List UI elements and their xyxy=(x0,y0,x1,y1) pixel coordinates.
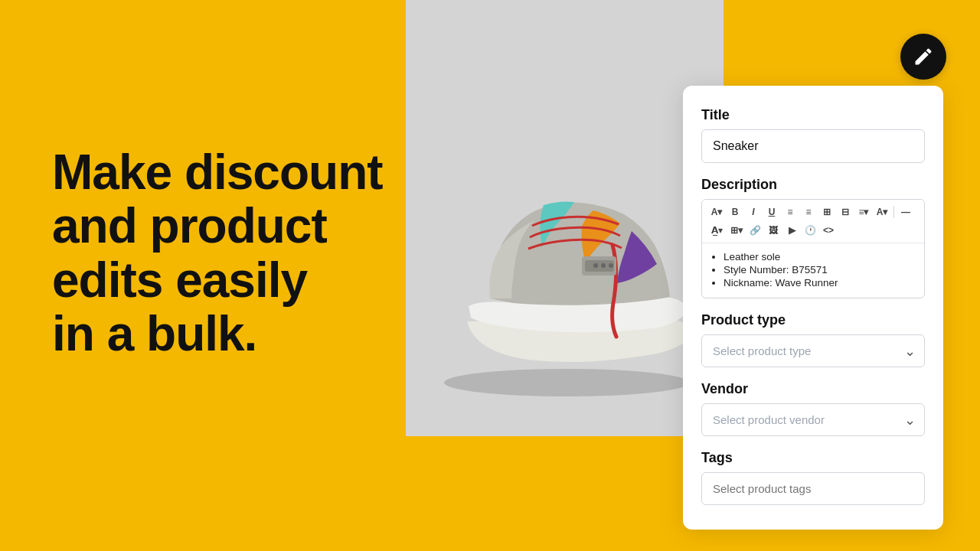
vendor-label: Vendor xyxy=(701,381,925,397)
toolbar-font-btn[interactable]: A▾ xyxy=(708,204,725,220)
tags-input[interactable] xyxy=(701,472,925,505)
desc-item-3: Nickname: Wave Runner xyxy=(724,277,915,289)
headline-line4: in a bulk. xyxy=(52,306,256,361)
description-box: A▾ B I U ≡ ≡ ⊞ ⊟ ≡▾ A▾ — A̲▾ ⊞▾ 🔗 🖼 ▶ 🕐 … xyxy=(701,199,925,298)
title-input[interactable] xyxy=(701,129,925,163)
toolbar-italic-btn[interactable]: I xyxy=(745,204,762,220)
desc-item-2: Style Number: B75571 xyxy=(724,264,915,276)
toolbar-divider-1 xyxy=(893,206,894,218)
toolbar-time-btn[interactable]: 🕐 xyxy=(802,222,818,239)
toolbar-ol-btn[interactable]: ≡ xyxy=(800,204,817,220)
toolbar-bg-btn[interactable]: A̲▾ xyxy=(708,222,725,239)
svg-point-4 xyxy=(593,263,598,268)
desc-item-1: Leather sole xyxy=(724,251,915,262)
product-type-label: Product type xyxy=(701,312,925,328)
toolbar-code-btn[interactable]: <> xyxy=(820,222,837,239)
edit-fab-button[interactable] xyxy=(900,34,946,80)
toolbar-link-btn[interactable]: 🔗 xyxy=(746,222,763,239)
toolbar-align-btn[interactable]: ≡▾ xyxy=(855,204,872,220)
headline-line1: Make discount xyxy=(52,145,383,200)
sneaker-svg xyxy=(406,0,724,436)
svg-point-5 xyxy=(601,263,606,268)
headline-line3: edits easily xyxy=(52,253,307,308)
toolbar-indent-btn[interactable]: ⊞ xyxy=(818,204,835,220)
headline: Make discount and product edits easily i… xyxy=(52,145,383,361)
toolbar-image-btn[interactable]: 🖼 xyxy=(765,222,782,239)
vendor-wrapper: Select product vendor ⌄ xyxy=(701,403,925,436)
toolbar-color-btn[interactable]: A▾ xyxy=(874,204,890,220)
toolbar-underline-btn[interactable]: U xyxy=(763,204,780,220)
description-content[interactable]: Leather sole Style Number: B75571 Nickna… xyxy=(702,243,924,298)
toolbar-bold-btn[interactable]: B xyxy=(727,204,743,220)
vendor-select[interactable]: Select product vendor xyxy=(701,403,925,436)
toolbar-ul-btn[interactable]: ≡ xyxy=(782,204,799,220)
product-type-select[interactable]: Select product type xyxy=(701,334,925,367)
headline-line2: and product xyxy=(52,198,327,253)
toolbar-outdent-btn[interactable]: ⊟ xyxy=(837,204,854,220)
toolbar-strikethrough-btn[interactable]: — xyxy=(897,204,914,220)
title-label: Title xyxy=(701,107,925,123)
toolbar-table-btn[interactable]: ⊞▾ xyxy=(728,222,745,239)
toolbar-video-btn[interactable]: ▶ xyxy=(783,222,800,239)
svg-point-1 xyxy=(444,369,689,396)
tags-label: Tags xyxy=(701,450,925,466)
product-type-wrapper: Select product type ⌄ xyxy=(701,334,925,367)
description-label: Description xyxy=(701,177,925,193)
svg-point-6 xyxy=(609,263,613,268)
product-form-panel: Title Description A▾ B I U ≡ ≡ ⊞ ⊟ ≡▾ A▾… xyxy=(683,86,943,530)
description-toolbar: A▾ B I U ≡ ≡ ⊞ ⊟ ≡▾ A▾ — A̲▾ ⊞▾ 🔗 🖼 ▶ 🕐 … xyxy=(702,200,924,243)
pencil-icon xyxy=(913,46,934,67)
sneaker-image-container xyxy=(406,0,724,436)
